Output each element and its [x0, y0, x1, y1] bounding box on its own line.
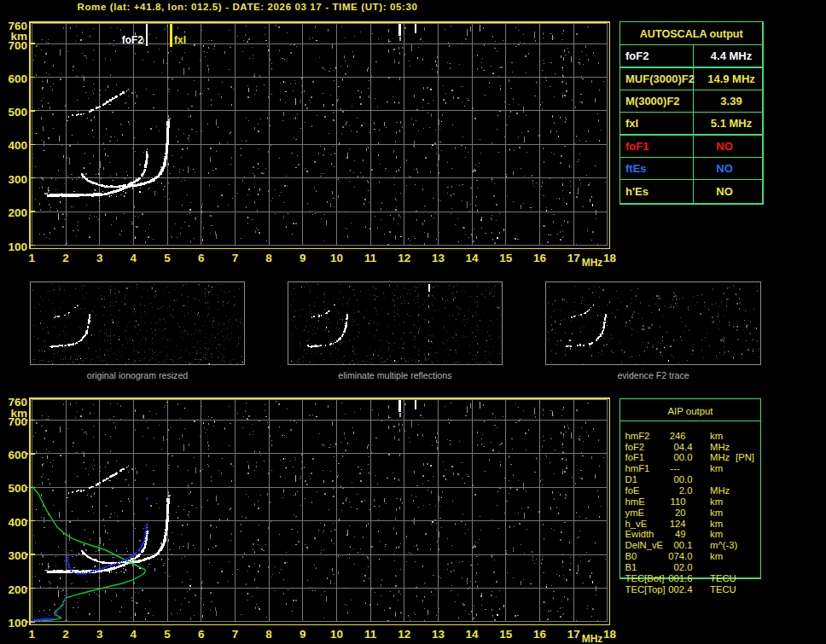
svg-text:foF1: foF1 [625, 140, 649, 153]
svg-text:B0: B0 [625, 551, 637, 561]
svg-text:M(3000)F2: M(3000)F2 [625, 95, 680, 107]
svg-text:B1: B1 [625, 562, 637, 572]
svg-text:13: 13 [432, 252, 445, 264]
svg-text:km: km [710, 463, 723, 473]
svg-text:14: 14 [466, 252, 480, 264]
svg-text:fxI: fxI [174, 34, 186, 46]
svg-text:500: 500 [8, 106, 27, 119]
svg-text:3: 3 [96, 252, 103, 264]
svg-text:[PN]: [PN] [736, 452, 754, 462]
svg-text:MHz: MHz [582, 633, 603, 644]
svg-text:2: 2 [62, 252, 69, 264]
svg-text:13: 13 [432, 628, 445, 641]
svg-text:foF2: foF2 [625, 442, 645, 452]
svg-text:400: 400 [8, 139, 27, 152]
svg-text:h'Es: h'Es [625, 185, 649, 198]
svg-text:600: 600 [8, 73, 27, 85]
svg-text:km: km [710, 529, 723, 539]
svg-text:4: 4 [131, 252, 137, 264]
svg-text:hmE: hmE [625, 496, 646, 507]
svg-text:Rome (lat: +41.8, lon: 012.5): Rome (lat: +41.8, lon: 012.5) - DATE: 20… [78, 2, 418, 12]
svg-text:15: 15 [499, 628, 513, 641]
svg-text:11: 11 [364, 628, 377, 641]
svg-text:12: 12 [398, 628, 410, 641]
svg-text:original ionogram resized: original ionogram resized [87, 370, 188, 380]
svg-text:evidence F2 trace: evidence F2 trace [617, 370, 689, 380]
svg-text:074.0: 074.0 [668, 551, 692, 561]
svg-text:200: 200 [8, 206, 27, 219]
svg-text:2: 2 [62, 628, 69, 641]
svg-text:km: km [710, 519, 723, 529]
svg-text:hmF2: hmF2 [625, 431, 650, 441]
svg-text:110: 110 [670, 496, 685, 507]
svg-text:00.1: 00.1 [674, 540, 693, 550]
svg-text:ftEs: ftEs [625, 162, 647, 175]
svg-text:DelN_vE: DelN_vE [625, 540, 664, 550]
svg-text:002.4: 002.4 [668, 584, 692, 595]
svg-text:5.1 MHz: 5.1 MHz [711, 117, 753, 130]
svg-text:49: 49 [675, 529, 686, 539]
svg-text:100: 100 [8, 617, 27, 629]
svg-text:Ewidth: Ewidth [625, 529, 654, 539]
svg-text:04.4: 04.4 [674, 442, 693, 452]
svg-text:8: 8 [265, 252, 272, 264]
svg-text:TECU: TECU [710, 573, 736, 583]
svg-text:10: 10 [330, 628, 343, 641]
svg-text:foF1: foF1 [625, 452, 645, 462]
svg-text:16: 16 [533, 252, 547, 264]
svg-text:700: 700 [8, 39, 27, 52]
svg-text:20: 20 [675, 508, 686, 518]
svg-text:foF2: foF2 [122, 34, 144, 46]
svg-text:400: 400 [8, 516, 27, 529]
svg-text:MHz: MHz [710, 485, 730, 496]
svg-text:200: 200 [8, 583, 27, 596]
svg-text:3: 3 [96, 628, 103, 641]
svg-text:17: 17 [567, 628, 580, 641]
svg-text:fxI: fxI [625, 117, 638, 130]
svg-text:300: 300 [8, 173, 27, 186]
svg-text:TECU: TECU [710, 584, 736, 595]
svg-text:hmF1: hmF1 [625, 463, 650, 473]
svg-text:foF2: foF2 [625, 49, 649, 62]
svg-text:km: km [710, 551, 723, 561]
svg-text:km: km [710, 496, 723, 507]
svg-text:3.39: 3.39 [720, 95, 742, 107]
svg-text:6: 6 [198, 628, 205, 641]
svg-text:MHz: MHz [710, 452, 730, 462]
svg-text:1: 1 [29, 628, 36, 641]
svg-text:16: 16 [533, 628, 547, 641]
svg-text:246: 246 [670, 431, 686, 441]
svg-text:6: 6 [198, 252, 205, 264]
svg-text:5: 5 [164, 628, 171, 641]
svg-text:17: 17 [567, 252, 580, 264]
svg-text:---: --- [671, 463, 681, 473]
svg-text:8: 8 [265, 628, 272, 641]
svg-text:NO: NO [716, 185, 733, 198]
svg-text:7: 7 [232, 252, 239, 264]
svg-text:12: 12 [398, 252, 410, 264]
svg-text:ymE: ymE [625, 508, 645, 518]
svg-text:TEC[Top]: TEC[Top] [625, 584, 666, 595]
svg-text:10: 10 [330, 252, 343, 264]
svg-text:4.4 MHz: 4.4 MHz [711, 49, 753, 62]
svg-text:700: 700 [8, 415, 27, 428]
svg-text:TEC[Bot]: TEC[Bot] [625, 573, 665, 583]
svg-text:4: 4 [131, 628, 137, 641]
svg-text:NO: NO [716, 140, 733, 153]
svg-text:7: 7 [232, 628, 239, 641]
svg-text:600: 600 [8, 449, 27, 461]
svg-text:300: 300 [8, 549, 27, 562]
svg-text:500: 500 [8, 482, 27, 495]
svg-text:14.9 MHz: 14.9 MHz [707, 73, 755, 85]
svg-text:m^(-3): m^(-3) [710, 540, 738, 550]
svg-text:AIP output: AIP output [668, 406, 714, 416]
svg-text:MHz: MHz [710, 442, 730, 452]
svg-text:1: 1 [29, 252, 36, 264]
svg-text:D1: D1 [625, 474, 637, 484]
svg-text:11: 11 [364, 252, 377, 264]
svg-text:h_vE: h_vE [625, 519, 648, 529]
svg-text:00.0: 00.0 [674, 452, 693, 462]
svg-text:9: 9 [300, 252, 306, 264]
svg-text:02.0: 02.0 [674, 562, 693, 572]
svg-text:km: km [710, 431, 723, 441]
